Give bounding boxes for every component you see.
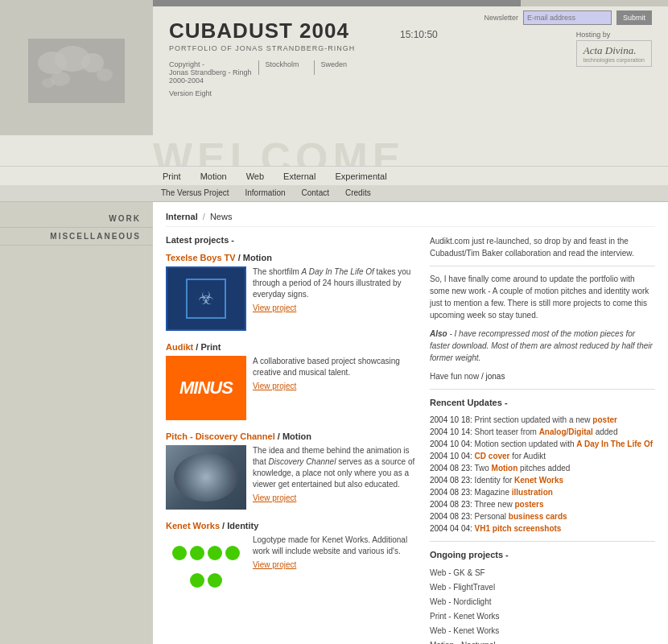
newsletter-area: Newsletter Submit — [484, 10, 652, 25]
minus-text: MINUS — [179, 378, 233, 398]
nav-external[interactable]: External — [274, 169, 325, 184]
right-divider2 — [430, 389, 655, 390]
project-link-kenet[interactable]: Kenet Works — [166, 521, 220, 530]
latest-projects-title: Latest projects - — [166, 235, 417, 245]
site-title: CUBADUST 2004 — [169, 19, 349, 43]
hosting-label: Hosting by — [576, 31, 652, 39]
right-divider1 — [430, 266, 655, 266]
sidebar: WORK MISCELLANEOUS — [0, 202, 153, 644]
nav-experimental[interactable]: Experimental — [325, 169, 396, 184]
welcome-text: WELCOME — [153, 137, 668, 166]
ongoing-3: Web - Nordiclight — [430, 595, 655, 609]
thumb-texelse: ☣ — [166, 266, 246, 331]
two-column-layout: Latest projects - Texelse Boys TV / Moti… — [166, 235, 655, 644]
project-desc-discovery: The idea and theme behind the animation … — [253, 445, 417, 510]
project-title-audikt: Audikt / Print — [166, 342, 417, 352]
update-item-9: 2004 08 23: Personal business cards — [430, 511, 655, 522]
right-divider3 — [430, 541, 655, 542]
project-link-discovery[interactable]: Pitch - Discovery Channel — [166, 431, 275, 441]
dot3 — [208, 546, 222, 560]
also-blurb: Also - I have recompressed most of the m… — [430, 328, 655, 364]
project-desc-texelse: The shortfilm A Day In The Life Of takes… — [253, 266, 417, 331]
ongoing-title: Ongoing projects - — [430, 548, 655, 562]
audikt-blurb: Audikt.com just re-launched, so drop by … — [430, 235, 655, 259]
svg-point-6 — [42, 78, 55, 88]
hosting-border: Acta Divina. technologies corporation — [576, 40, 652, 67]
project-item-audikt: Audikt / Print MINUS A collaborative bas… — [166, 342, 417, 420]
update-blurb: So, I have finally come around to update… — [430, 273, 655, 321]
subnav-contact[interactable]: Contact — [294, 187, 337, 199]
ongoing-2: Web - FlightTravel — [430, 580, 655, 595]
separator2 — [314, 60, 315, 75]
project-title-texelse: Texelse Boys TV / Motion — [166, 253, 417, 262]
header-time: 15:10:50 — [400, 29, 438, 40]
main-layout: WORK MISCELLANEOUS Internal / News Lates… — [0, 202, 668, 644]
sub-nav-bar: The Versus Project Information Contact C… — [0, 185, 668, 202]
project-item-texelse: Texelse Boys TV / Motion ☣ The shortfilm… — [166, 253, 417, 331]
thumb-discovery — [166, 445, 246, 510]
update-item-3: 2004 10 04: Motion section updated with … — [430, 439, 655, 450]
header-info: CUBADUST 2004 15:10:50 PORTFOLIO OF JONA… — [153, 6, 668, 135]
have-fun: Have fun now / jonas — [430, 370, 655, 382]
breadcrumb-sep: / — [203, 212, 205, 221]
header-logo — [0, 6, 153, 135]
project-type-kenet: Identity — [227, 521, 258, 530]
thumb-audikt: MINUS — [166, 356, 246, 420]
ongoing-1: Web - GK & SF — [430, 566, 655, 580]
world-map-icon — [28, 39, 125, 103]
dc-visual — [174, 453, 238, 502]
copyright-block: Copyright - Jonas Strandberg - Ringh 200… — [169, 60, 252, 85]
project-link-audikt[interactable]: Audikt — [166, 342, 193, 352]
hosting-sub: technologies corporation — [583, 57, 645, 63]
view-project-discovery[interactable]: View project — [253, 493, 417, 504]
nav-print[interactable]: Print — [153, 169, 191, 184]
update-item-6: 2004 08 23: Identity for Kenet Works — [430, 475, 655, 486]
welcome-banner: WELCOME — [0, 135, 668, 166]
ongoing-4: Print - Kenet Works — [430, 609, 655, 624]
hosting-area: Hosting by Acta Divina. technologies cor… — [576, 31, 652, 67]
svg-point-4 — [97, 68, 113, 81]
project-title-discovery: Pitch - Discovery Channel / Motion — [166, 431, 417, 441]
header: CUBADUST 2004 15:10:50 PORTFOLIO OF JONA… — [0, 6, 668, 135]
update-item-8: 2004 08 23: Three new posters — [430, 499, 655, 510]
subnav-versus[interactable]: The Versus Project — [153, 187, 237, 199]
update-item-1: 2004 10 18: Print section updated with a… — [430, 415, 655, 426]
dot2 — [190, 546, 204, 560]
top-strip — [0, 0, 668, 6]
tv-icon: ☣ — [186, 279, 226, 319]
project-row-audikt: MINUS A collaborative based project show… — [166, 356, 417, 420]
dot6 — [208, 573, 222, 588]
location2: Sweden — [321, 60, 348, 85]
location1: Stockholm — [266, 60, 299, 85]
updates-list: 2004 10 18: Print section updated with a… — [430, 415, 655, 535]
breadcrumb: Internal / News — [166, 212, 655, 227]
project-link-texelse[interactable]: Texelse Boys TV — [166, 253, 236, 262]
sidebar-item-work[interactable]: WORK — [0, 210, 153, 228]
breadcrumb-section: Internal — [166, 212, 198, 221]
right-column: Audikt.com just re-launched, so drop by … — [430, 235, 655, 644]
project-row-texelse: ☣ The shortfilm A Day In The Life Of tak… — [166, 266, 417, 331]
ongoing-6: Motion - Nocturnal — [430, 638, 655, 644]
nav-motion[interactable]: Motion — [191, 169, 237, 184]
project-row-kenet: Logotype made for Kenet Works. Additiona… — [166, 535, 417, 599]
view-project-texelse[interactable]: View project — [253, 303, 417, 314]
update-item-2: 2004 10 14: Short teaser from Analog/Dig… — [430, 427, 655, 438]
main-nav-bar: Print Motion Web External Experimental — [0, 166, 668, 185]
newsletter-submit-button[interactable]: Submit — [616, 10, 652, 25]
content-area: Internal / News Latest projects - Texels… — [153, 202, 668, 644]
recent-updates-title: Rencent Updates - — [430, 396, 655, 410]
dot1 — [172, 546, 187, 560]
subnav-credits[interactable]: Credits — [337, 187, 379, 199]
dot5 — [190, 573, 204, 588]
thumb-kenet — [166, 535, 246, 599]
sidebar-item-miscellaneous[interactable]: MISCELLANEOUS — [0, 228, 153, 246]
project-item-discovery: Pitch - Discovery Channel / Motion The i… — [166, 431, 417, 510]
project-type-texelse: Motion — [243, 253, 272, 262]
project-row-discovery: The idea and theme behind the animation … — [166, 445, 417, 510]
newsletter-input[interactable] — [523, 10, 612, 25]
view-project-audikt[interactable]: View project — [253, 381, 417, 392]
nav-web[interactable]: Web — [237, 169, 274, 184]
view-project-kenet[interactable]: View project — [253, 559, 417, 571]
update-item-10: 2004 04 04: VH1 pitch screenshots — [430, 523, 655, 535]
subnav-information[interactable]: Information — [237, 187, 293, 199]
